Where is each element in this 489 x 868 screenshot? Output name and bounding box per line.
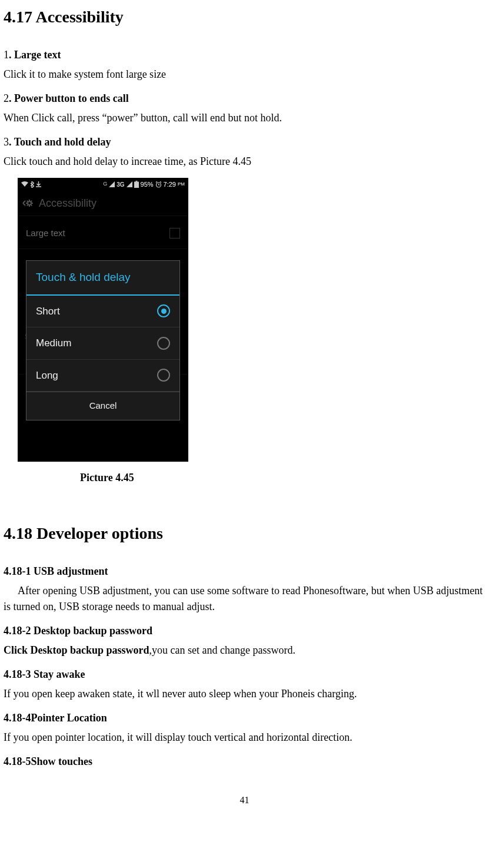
status-time: 7:29	[164, 180, 176, 190]
item2-number: 2	[4, 92, 9, 104]
touch-hold-delay-dialog: Touch & hold delay Short Medium Long Can…	[26, 260, 180, 420]
item1-number: 1	[4, 49, 9, 61]
s4-body: If you open pointer location, it will di…	[4, 730, 485, 746]
dialog-option-long-label: Long	[36, 368, 58, 383]
svg-point-3	[28, 201, 31, 205]
s2-body-rest: ,you can set and change password.	[149, 644, 295, 656]
download-icon	[36, 181, 41, 187]
signal-icon	[109, 181, 115, 187]
s1-title: 4.18-1 USB adjustment	[4, 564, 485, 579]
dialog-option-short-label: Short	[36, 304, 60, 319]
checkbox-icon[interactable]	[169, 228, 180, 238]
status-bar: G 3G 95% 7:29 PM	[18, 178, 188, 191]
phone-screenshot: G 3G 95% 7:29 PM Accessibility Large	[18, 178, 188, 462]
svg-line-10	[27, 205, 28, 206]
row-large-text-label: Large text	[26, 227, 65, 240]
item3-title: .	[9, 136, 14, 148]
s4-title: 4.18-4Pointer Location	[4, 710, 485, 726]
app-bar: Accessibility	[18, 191, 188, 216]
item1-title-text: Large text	[14, 49, 61, 61]
item1-body: Click it to make system font large size	[4, 67, 485, 82]
s3-title: 4.18-3 Stay awake	[4, 667, 485, 683]
dialog-option-medium-label: Medium	[36, 336, 71, 351]
dialog-option-short[interactable]: Short	[26, 296, 179, 328]
svg-line-11	[31, 201, 32, 201]
settings-back-icon[interactable]	[21, 197, 34, 210]
status-battery-pct: 95%	[141, 180, 154, 190]
status-network-3g: 3G	[117, 180, 124, 189]
radio-icon[interactable]	[157, 304, 170, 317]
s1-body: After opening USB adjustment, you can us…	[4, 585, 483, 612]
item2-title-text: Power button to ends call	[14, 92, 129, 104]
svg-line-9	[31, 205, 32, 206]
dialog-title: Touch & hold delay	[26, 261, 179, 296]
item1-title: .	[9, 49, 14, 61]
section-heading-4-17: 4.17 Accessibility	[4, 5, 485, 29]
item3-title-text: Touch and hold delay	[14, 136, 111, 148]
dialog-option-medium[interactable]: Medium	[26, 327, 179, 360]
battery-icon	[134, 181, 139, 188]
svg-rect-0	[134, 182, 139, 188]
status-ampm: PM	[178, 181, 185, 188]
s2-title: 4.18-2 Desktop backup password	[4, 623, 485, 639]
bluetooth-icon	[30, 181, 34, 188]
radio-icon[interactable]	[157, 337, 170, 350]
svg-rect-1	[135, 181, 137, 182]
signal-icon-2	[127, 181, 132, 187]
item2-body: When Click call, press “power” button, c…	[4, 110, 485, 126]
s2-body-lead: Click Desktop backup password	[4, 644, 149, 656]
row-large-text[interactable]: Large text	[18, 218, 188, 249]
wifi-icon	[21, 181, 28, 187]
item2-title: .	[9, 92, 14, 104]
app-bar-title: Accessibility	[39, 196, 97, 211]
page-number: 41	[4, 793, 485, 807]
svg-line-8	[27, 201, 28, 201]
dialog-option-long[interactable]: Long	[26, 360, 179, 392]
s5-title: 4.18-5Show touches	[4, 754, 485, 770]
section-heading-4-18: 4.18 Developer options	[4, 521, 485, 546]
dialog-cancel-button[interactable]: Cancel	[26, 392, 179, 420]
s3-body: If you open keep awaken state, it wll ne…	[4, 686, 485, 702]
radio-icon[interactable]	[157, 369, 170, 382]
item3-body: Click touch and hold delay to increae ti…	[4, 154, 485, 170]
alarm-icon	[155, 181, 162, 188]
status-network-g: G	[103, 180, 107, 188]
figure-caption: Picture 4.45	[80, 470, 485, 486]
item3-number: 3	[4, 136, 9, 148]
